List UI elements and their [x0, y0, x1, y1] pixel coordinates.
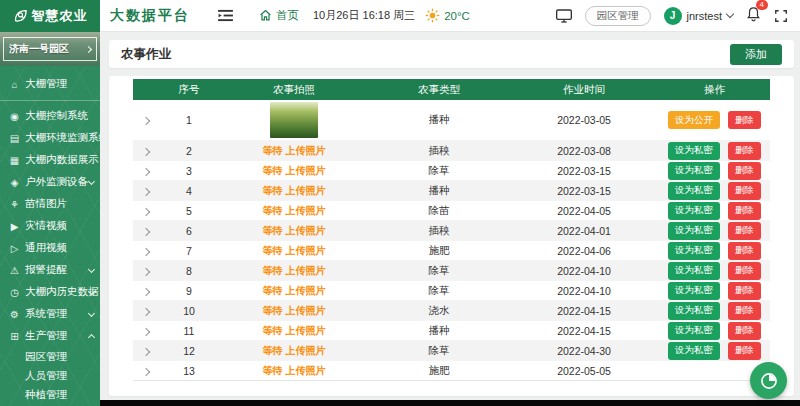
delete-button[interactable]: 删除 — [728, 162, 761, 180]
row-work-date: 2022-03-05 — [509, 100, 659, 141]
row-expand-toggle[interactable] — [133, 221, 159, 241]
row-index: 9 — [159, 281, 219, 301]
farm-photo-thumbnail[interactable] — [270, 102, 318, 138]
row-photo-cell: 等待 上传照片 — [219, 161, 369, 181]
sidebar-item[interactable]: ◷大棚内历史数据 — [0, 281, 100, 303]
row-actions-cell: 设为私密删除 — [659, 181, 770, 201]
col-type: 农事类型 — [369, 79, 509, 100]
row-expand-toggle[interactable] — [133, 141, 159, 161]
delete-button[interactable]: 删除 — [728, 282, 761, 300]
delete-button[interactable]: 删除 — [728, 142, 761, 160]
sidebar-item[interactable]: ◈户外监测设备 — [0, 171, 100, 193]
set-public-button[interactable]: 设为公开 — [668, 111, 720, 129]
row-expand-toggle[interactable] — [133, 201, 159, 221]
park-manage-button[interactable]: 园区管理 — [585, 6, 651, 26]
sidebar-subitem[interactable]: 人员管理 — [0, 366, 100, 385]
delete-button[interactable]: 删除 — [728, 202, 761, 220]
set-private-button[interactable]: 设为私密 — [668, 222, 720, 240]
delete-button[interactable]: 删除 — [728, 242, 761, 260]
chevron-down-icon — [88, 178, 95, 185]
chevron-up-icon — [88, 334, 95, 341]
row-expand-toggle[interactable] — [133, 161, 159, 181]
username: jnrstest — [687, 10, 722, 22]
row-expand-toggle[interactable] — [133, 281, 159, 301]
row-expand-toggle[interactable] — [133, 321, 159, 341]
row-expand-toggle[interactable] — [133, 301, 159, 321]
sidebar-item[interactable]: ▷通用视频 — [0, 237, 100, 259]
row-index: 6 — [159, 221, 219, 241]
row-actions-cell: 设为私密删除 — [659, 221, 770, 241]
chevron-right-icon — [85, 45, 92, 52]
row-work-type: 除草 — [369, 281, 509, 301]
sidebar-item[interactable]: ◉大棚控制系统 — [0, 105, 100, 127]
sidebar-subitem[interactable]: 种植管理 — [0, 385, 100, 404]
delete-button[interactable]: 删除 — [728, 322, 761, 340]
settings-icon: ⚙ — [8, 309, 21, 320]
chevron-right-icon — [142, 367, 150, 375]
set-private-button[interactable]: 设为私密 — [668, 242, 720, 260]
row-work-type: 除草 — [369, 161, 509, 181]
set-private-button[interactable]: 设为私密 — [668, 322, 720, 340]
table-row: 10等待 上传照片浇水2022-04-15设为私密删除 — [133, 301, 770, 321]
row-index: 7 — [159, 241, 219, 261]
set-private-button[interactable]: 设为私密 — [668, 202, 720, 220]
table-header-row: 序号 农事拍照 农事类型 作业时间 操作 — [133, 79, 770, 100]
row-expand-toggle[interactable] — [133, 100, 159, 141]
nav-home[interactable]: 首页 — [259, 8, 299, 23]
sidebar-item[interactable]: ▶灾情视频 — [0, 215, 100, 237]
set-private-button[interactable]: 设为私密 — [668, 282, 720, 300]
row-photo-cell: 等待 上传照片 — [219, 241, 369, 261]
row-expand-toggle[interactable] — [133, 261, 159, 281]
platform-title: 大数据平台 — [110, 7, 190, 25]
sidebar-item[interactable]: ⌂大棚管理 — [0, 71, 100, 97]
sidebar-item[interactable]: ⚙系统管理 — [0, 303, 100, 325]
floating-action-button[interactable] — [750, 362, 787, 399]
row-expand-toggle[interactable] — [133, 341, 159, 361]
row-actions-cell: 设为私密删除 — [659, 321, 770, 341]
row-actions-cell: 设为私密删除 — [659, 241, 770, 261]
sidebar-collapse-icon[interactable] — [218, 9, 233, 22]
production-icon: ⊞ — [8, 331, 21, 342]
delete-button[interactable]: 删除 — [728, 222, 761, 240]
row-expand-toggle[interactable] — [133, 361, 159, 381]
row-expand-toggle[interactable] — [133, 241, 159, 261]
set-private-button[interactable]: 设为私密 — [668, 262, 720, 280]
set-private-button[interactable]: 设为私密 — [668, 162, 720, 180]
row-expand-toggle[interactable] — [133, 181, 159, 201]
set-private-button[interactable]: 设为私密 — [668, 182, 720, 200]
chevron-right-icon — [142, 327, 150, 335]
awaiting-upload-label: 等待 上传照片 — [263, 265, 326, 276]
sun-icon — [425, 8, 440, 23]
park-selector[interactable]: 济南一号园区 — [0, 32, 100, 66]
sidebar-item[interactable]: ⊞生产管理 — [0, 325, 100, 347]
sidebar-item-label: 灾情视频 — [25, 219, 67, 233]
awaiting-upload-label: 等待 上传照片 — [263, 185, 326, 196]
row-index: 11 — [159, 321, 219, 341]
delete-button[interactable]: 删除 — [728, 111, 761, 129]
sidebar-item[interactable]: ▦大棚内数据展示 — [0, 149, 100, 171]
delete-button[interactable]: 删除 — [728, 182, 761, 200]
notifications-button[interactable]: 4 — [746, 6, 761, 26]
delete-button[interactable]: 删除 — [728, 302, 761, 320]
set-private-button[interactable]: 设为私密 — [668, 302, 720, 320]
delete-button[interactable]: 删除 — [728, 262, 761, 280]
disaster-video-icon: ▶ — [8, 221, 21, 232]
row-photo-cell: 等待 上传照片 — [219, 181, 369, 201]
sidebar-item[interactable]: ⚠报警提醒 — [0, 259, 100, 281]
fullscreen-icon[interactable] — [774, 9, 788, 23]
set-private-button[interactable]: 设为私密 — [668, 342, 720, 360]
set-private-button[interactable]: 设为私密 — [668, 142, 720, 160]
sidebar-subitem[interactable]: 园区管理 — [0, 347, 100, 366]
sidebar-item[interactable]: ⚘苗情图片 — [0, 193, 100, 215]
delete-button[interactable]: 删除 — [728, 342, 761, 360]
sidebar-item-label: 户外监测设备 — [25, 175, 88, 189]
screen-icon[interactable] — [556, 9, 572, 23]
add-button[interactable]: 添加 — [730, 44, 782, 65]
leaf-search-icon — [13, 8, 28, 23]
row-index: 8 — [159, 261, 219, 281]
user-menu[interactable]: J jnrstest — [664, 7, 733, 25]
sidebar-item[interactable]: ▤大棚环境监测系统 — [0, 127, 100, 149]
col-photo: 农事拍照 — [219, 79, 369, 100]
sidebar-item-label: 苗情图片 — [25, 197, 67, 211]
video-icon: ▷ — [8, 243, 21, 254]
